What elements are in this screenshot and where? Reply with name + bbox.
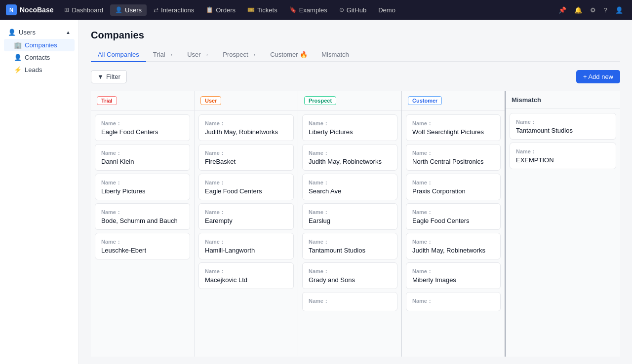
tab-trial[interactable]: Trial → <box>146 48 180 62</box>
nav-orders[interactable]: 📋 Orders <box>201 4 240 16</box>
help-icon[interactable]: ? <box>601 4 610 16</box>
interactions-icon: ⇄ <box>154 6 158 13</box>
card-value: EXEMPTION <box>516 156 610 164</box>
card-prospect-1[interactable]: Name： Liberty Pictures <box>302 114 397 141</box>
tab-customer[interactable]: Customer 🔥 <box>263 48 315 62</box>
card-value: Eagle Food Centers <box>205 187 287 195</box>
card-label: Name： <box>412 120 494 127</box>
nav-users[interactable]: 👤 Users <box>110 4 147 16</box>
tab-prospect[interactable]: Prospect → <box>216 48 263 62</box>
nav-examples[interactable]: 🔖 Examples <box>284 4 332 16</box>
card-user-1[interactable]: Name： Judith May, Robinetworks <box>198 114 294 141</box>
card-label: Name： <box>309 120 391 127</box>
card-label: Name： <box>516 118 610 126</box>
github-icon: ⊙ <box>339 6 344 13</box>
bell-icon[interactable]: 🔔 <box>571 4 585 16</box>
card-label: Name： <box>516 148 610 155</box>
card-user-5[interactable]: Name： Hamill-Langworth <box>198 233 294 259</box>
kanban-col-trial: Trial Name： Eagle Food Centers Name： Dan… <box>91 91 195 357</box>
card-label: Name： <box>309 268 391 275</box>
card-value: Search Ave <box>309 187 391 195</box>
nav-github-label: GitHub <box>347 6 366 14</box>
toolbar: ▼ Filter + Add new <box>91 70 620 83</box>
card-prospect-5[interactable]: Name： Tantamount Studios <box>302 233 397 259</box>
col-body-customer: Name： Wolf Searchlight Pictures Name： No… <box>402 110 505 357</box>
card-prospect-6[interactable]: Name： Grady and Sons <box>302 262 397 289</box>
companies-icon: 🏢 <box>14 41 22 49</box>
sidebar-item-leads[interactable]: ⚡ Leads <box>4 64 75 76</box>
card-customer-1[interactable]: Name： Wolf Searchlight Pictures <box>406 114 501 141</box>
badge-prospect: Prospect <box>304 96 336 105</box>
card-label: Name： <box>309 297 391 305</box>
card-label: Name： <box>309 238 391 246</box>
card-label: Name： <box>205 149 287 157</box>
nav-demo[interactable]: Demo <box>373 4 400 16</box>
card-trial-3[interactable]: Name： Liberty Pictures <box>95 174 190 200</box>
sidebar-item-companies[interactable]: 🏢 Companies <box>4 39 75 51</box>
card-trial-1[interactable]: Name： Eagle Food Centers <box>95 114 190 141</box>
card-prospect-7[interactable]: Name： <box>302 292 397 311</box>
add-new-button[interactable]: + Add new <box>576 70 620 83</box>
card-value: Hamill-Langworth <box>205 247 287 254</box>
sidebar-section-users: 👤 Users ▲ 🏢 Companies 👤 Contacts ⚡ Leads <box>0 24 79 78</box>
badge-customer: Customer <box>408 96 442 105</box>
card-label: Name： <box>205 179 287 186</box>
leads-icon: ⚡ <box>14 66 22 73</box>
card-trial-2[interactable]: Name： Danni Klein <box>95 144 190 171</box>
card-label: Name： <box>205 120 287 127</box>
filter-icon: ▼ <box>97 73 104 80</box>
col-header-user: User <box>195 91 298 110</box>
card-value: Eagle Food Centers <box>101 128 184 136</box>
tab-all-companies[interactable]: All Companies <box>91 48 146 62</box>
card-user-6[interactable]: Name： Macejkovic Ltd <box>198 262 294 289</box>
sidebar-users-parent[interactable]: 👤 Users ▲ <box>4 26 75 39</box>
card-value: Judith May, Robinetworks <box>309 158 391 165</box>
card-customer-7[interactable]: Name： <box>406 292 501 311</box>
filter-button[interactable]: ▼ Filter <box>91 70 127 83</box>
card-mismatch-1[interactable]: Name： Tantamount Studios <box>510 113 616 140</box>
card-prospect-4[interactable]: Name： Earslug <box>302 203 397 230</box>
card-customer-5[interactable]: Name： Judith May, Robinetworks <box>406 233 501 259</box>
user-profile-icon[interactable]: 👤 <box>612 4 626 16</box>
card-label: Name： <box>205 238 287 246</box>
card-value: Tantamount Studios <box>516 127 610 134</box>
card-value: Judith May, Robinetworks <box>412 247 494 254</box>
nav-github[interactable]: ⊙ GitHub <box>334 4 371 16</box>
card-user-2[interactable]: Name： FireBasket <box>198 144 294 171</box>
card-customer-4[interactable]: Name： Eagle Food Centers <box>406 203 501 230</box>
nav-demo-label: Demo <box>378 6 395 14</box>
card-label: Name： <box>101 120 184 127</box>
card-trial-4[interactable]: Name： Bode, Schumm and Bauch <box>95 203 190 230</box>
card-value: Tantamount Studios <box>309 247 391 254</box>
nav-users-label: Users <box>125 6 142 14</box>
col-body-prospect: Name： Liberty Pictures Name： Judith May,… <box>298 110 401 357</box>
sidebar-companies-label: Companies <box>25 41 57 49</box>
card-prospect-3[interactable]: Name： Search Ave <box>302 174 397 200</box>
nav-dashboard[interactable]: ⊞ Dashboard <box>59 4 108 16</box>
col-body-mismatch: Name： Tantamount Studios Name： EXEMPTION <box>506 109 620 357</box>
nav-tickets[interactable]: 🎫 Tickets <box>242 4 282 16</box>
badge-trial: Trial <box>97 96 117 105</box>
nav-interactions[interactable]: ⇄ Interactions <box>149 4 199 16</box>
card-value: Wolf Searchlight Pictures <box>412 128 494 136</box>
sidebar-item-contacts[interactable]: 👤 Contacts <box>4 51 75 64</box>
settings-icon[interactable]: ⚙ <box>587 4 599 16</box>
app-logo[interactable]: N NocoBase <box>6 4 53 15</box>
pin-icon[interactable]: 📌 <box>555 4 569 16</box>
tab-user[interactable]: User → <box>180 48 216 62</box>
col-body-user: Name： Judith May, Robinetworks Name： Fir… <box>195 110 298 357</box>
col-header-prospect: Prospect <box>298 91 401 110</box>
card-mismatch-2[interactable]: Name： EXEMPTION <box>510 143 616 169</box>
card-customer-3[interactable]: Name： Praxis Corporation <box>406 174 501 200</box>
col-header-trial: Trial <box>91 91 194 110</box>
card-label: Name： <box>309 209 391 216</box>
card-customer-6[interactable]: Name： Miberty Images <box>406 262 501 289</box>
card-user-3[interactable]: Name： Eagle Food Centers <box>198 174 294 200</box>
card-label: Name： <box>309 149 391 157</box>
tab-mismatch[interactable]: Mismatch <box>315 48 356 62</box>
card-trial-5[interactable]: Name： Leuschke-Ebert <box>95 233 190 259</box>
card-user-4[interactable]: Name： Earempty <box>198 203 294 230</box>
add-new-label: + Add new <box>583 73 613 80</box>
card-prospect-2[interactable]: Name： Judith May, Robinetworks <box>302 144 397 171</box>
card-customer-2[interactable]: Name： North Central Positronics <box>406 144 501 171</box>
